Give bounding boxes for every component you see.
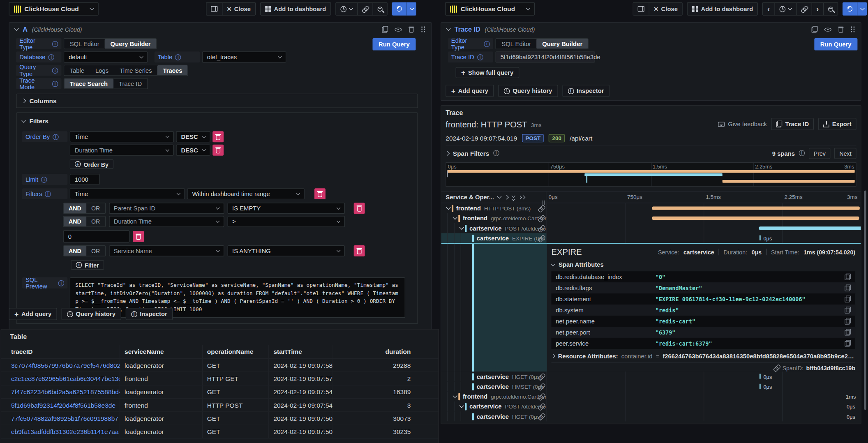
info-icon[interactable] (493, 150, 499, 156)
trace-link[interactable]: 7f47c62234b6bd2a5a62521875588bd4 (11, 388, 120, 395)
collapse-icon[interactable] (451, 217, 459, 220)
drag-handle-icon[interactable] (850, 26, 855, 32)
filter-field-select[interactable]: Time (70, 188, 185, 199)
info-icon[interactable] (58, 280, 64, 286)
trace-id-option[interactable]: Trace ID (113, 78, 147, 88)
span-row[interactable]: cartservice HGET (0μs) 0μs (441, 411, 861, 421)
table-select[interactable]: otel_traces (202, 51, 286, 62)
query-type-table[interactable]: Table (64, 65, 90, 75)
filter-operator-select[interactable]: IS EMPTY (227, 203, 345, 214)
prev-span-button[interactable]: Prev (809, 148, 831, 159)
trace-minimap[interactable]: 0μs 750μs 1.5ms 2.25ms 3ms (446, 162, 856, 187)
trace-link[interactable]: eb9fa13adfddfb31302e236b1141e7aa (11, 428, 120, 435)
span-row[interactable]: frontend HTTP POST (3ms) (441, 203, 861, 213)
info-icon[interactable] (53, 134, 59, 140)
next-span-button[interactable]: Next (834, 148, 856, 159)
copy-icon[interactable] (845, 318, 851, 324)
query-history-button[interactable]: Query history (498, 85, 558, 97)
toggle-visibility-icon[interactable] (395, 26, 402, 32)
copy-icon[interactable] (845, 296, 851, 302)
trace-link[interactable]: 5f1d69baf92314f20d4f8f561b58e3de (11, 402, 120, 408)
or-option[interactable]: OR (86, 246, 105, 256)
expand-all-icon[interactable] (519, 196, 525, 198)
link-icon[interactable] (772, 364, 781, 372)
filter-operator-select[interactable]: Within dashboard time range (187, 188, 305, 199)
datasource-picker[interactable]: ClickHouse Cloud (445, 2, 535, 15)
limit-input[interactable]: 1000 (70, 174, 100, 185)
collapse-icon[interactable] (445, 207, 452, 210)
delete-query-icon[interactable] (409, 26, 414, 32)
query-type-logs[interactable]: Logs (90, 65, 114, 75)
minimap-drag-handle[interactable] (447, 171, 448, 177)
refresh-button[interactable] (392, 2, 406, 15)
query-history-button[interactable]: Query history (62, 308, 121, 320)
info-icon[interactable] (477, 54, 483, 60)
add-filter-button[interactable]: Filter (71, 260, 104, 270)
table-row[interactable]: eb9fa13adfddfb31302e236b1141e7aa loadgen… (1, 425, 439, 438)
table-row[interactable]: 3c7074f085679976b07a79ef5476d802 loadgen… (1, 358, 439, 371)
and-option[interactable]: AND (64, 217, 86, 226)
span-attributes-toggle[interactable]: Span Attributes (552, 261, 855, 268)
filter-field-select[interactable]: Duration Time (109, 216, 224, 227)
time-shift-forward-button[interactable] (811, 3, 823, 15)
column-header-operationname[interactable]: operationName (202, 345, 269, 358)
add-query-button[interactable]: Add query (446, 85, 494, 97)
filter-operator-select[interactable]: > (227, 216, 345, 227)
zoom-out-button[interactable] (372, 3, 387, 15)
datasource-picker[interactable]: ClickHouse Cloud (9, 2, 99, 15)
filters-section-header[interactable]: Filters (22, 118, 412, 125)
time-picker-button[interactable] (774, 3, 796, 15)
add-query-button[interactable]: Add query (9, 308, 57, 320)
copy-icon[interactable] (845, 329, 851, 335)
copy-icon[interactable] (845, 340, 851, 346)
span-filters-toggle[interactable]: Span Filters (446, 150, 499, 156)
info-icon[interactable] (799, 150, 805, 156)
info-icon[interactable] (52, 41, 58, 47)
span-row[interactable]: cartservice HGET (0μs) 0μs (441, 371, 861, 381)
toggle-visibility-icon[interactable] (824, 26, 832, 32)
span-row[interactable]: frontend grpc.oteldemo.CartSer 1ms (441, 392, 861, 401)
span-row[interactable]: frontend grpc.oteldemo.CartSer 2ms (441, 213, 861, 223)
collapse-icon[interactable] (458, 226, 465, 230)
order-by-field-select[interactable]: Duration Time (70, 145, 174, 156)
delete-filter-button[interactable] (353, 203, 365, 214)
close-button[interactable]: Close (649, 3, 682, 15)
info-icon[interactable] (484, 41, 490, 47)
refresh-interval-dropdown[interactable] (857, 2, 867, 15)
copy-icon[interactable] (845, 307, 851, 314)
order-by-field-select[interactable]: Time (70, 131, 174, 142)
query-builder-option[interactable]: Query Builder (537, 39, 588, 48)
collapse-icon[interactable] (458, 405, 465, 408)
filter-operator-select[interactable]: IS ANYTHING (227, 245, 345, 256)
database-select[interactable]: default (64, 51, 148, 62)
run-query-button[interactable]: Run Query (814, 38, 857, 51)
sql-editor-option[interactable]: SQL Editor (496, 39, 537, 48)
split-pane-button[interactable] (633, 3, 649, 15)
give-feedback-button[interactable]: Give feedback (718, 121, 767, 127)
table-row[interactable]: 5f1d69baf92314f20d4f8f561b58e3de fronten… (1, 398, 439, 411)
span-row[interactable]: cartservice POST /oteldemo 0μs (441, 401, 861, 411)
copy-icon[interactable] (845, 274, 851, 280)
column-header-starttime[interactable]: startTime (268, 345, 332, 358)
show-full-query-button[interactable]: Show full query (456, 67, 519, 78)
order-by-direction-select[interactable]: DESC (176, 145, 210, 156)
filter-field-select[interactable]: Parent Span ID (109, 203, 224, 214)
duplicate-query-icon[interactable] (812, 26, 818, 32)
trace-search-option[interactable]: Trace Search (64, 78, 113, 88)
split-pane-button[interactable] (206, 3, 222, 15)
collapse-icon[interactable] (446, 26, 450, 31)
delete-order-by-button[interactable] (212, 145, 224, 156)
copy-icon[interactable] (845, 285, 851, 291)
time-picker-button[interactable] (336, 3, 357, 15)
collapse-icon[interactable] (14, 26, 19, 31)
span-row[interactable]: cartservice POST /oteldemo 1ms (441, 223, 861, 233)
order-by-direction-select[interactable]: DESC (176, 131, 210, 142)
refresh-interval-dropdown[interactable] (406, 2, 416, 15)
close-button[interactable]: Close (222, 3, 255, 15)
refresh-button[interactable] (843, 2, 857, 15)
column-header-duration[interactable]: duration (333, 345, 430, 358)
sql-editor-option[interactable]: SQL Editor (64, 39, 105, 48)
span-row-selected[interactable]: cartservice EXPIRE (0μs 0μs (441, 233, 861, 243)
info-icon[interactable] (175, 54, 181, 60)
zoom-out-button[interactable] (823, 3, 838, 15)
